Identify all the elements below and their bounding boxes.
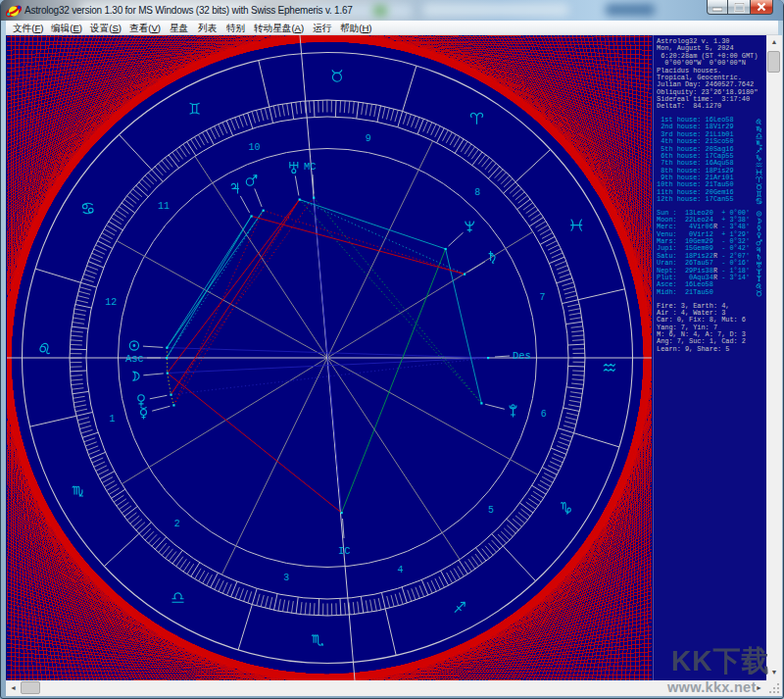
svg-text:5: 5 xyxy=(488,505,494,516)
svg-text:IC: IC xyxy=(338,545,351,557)
svg-text:1: 1 xyxy=(110,414,116,424)
svg-text:11: 11 xyxy=(158,201,170,212)
svg-text:8: 8 xyxy=(474,187,480,198)
svg-text:4: 4 xyxy=(397,565,403,575)
svg-text:10: 10 xyxy=(248,142,260,153)
svg-text:Des: Des xyxy=(513,350,531,362)
svg-text:12: 12 xyxy=(105,297,117,308)
svg-text:Asc: Asc xyxy=(125,353,144,365)
svg-text:MC: MC xyxy=(304,161,317,173)
svg-text:6: 6 xyxy=(541,409,547,420)
svg-text:9: 9 xyxy=(366,133,371,144)
svg-text:3: 3 xyxy=(283,573,289,583)
svg-text:7: 7 xyxy=(539,292,545,303)
svg-text:2: 2 xyxy=(174,519,180,529)
